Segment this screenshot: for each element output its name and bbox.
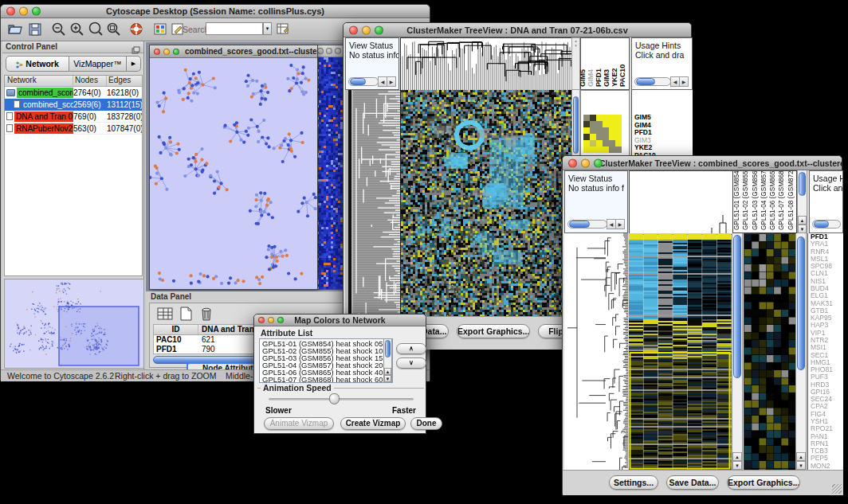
tv2-column-dendrogram-canvas[interactable] [629,170,733,235]
scroll-up-icon[interactable]: ▲ [732,452,742,461]
scroll-up-icon[interactable]: ▲ [796,452,806,461]
tv2-labels-vscrollbar[interactable]: ▲ ▼ [797,170,807,233]
tab-overflow-button[interactable]: ▶ [127,56,141,72]
minimize-button[interactable] [326,48,332,54]
zoom-button[interactable] [32,7,41,16]
dialog-title-bar[interactable]: Map Colors to Network [254,315,426,326]
attribute-list-item[interactable]: GPL51-07 (GSM868) heat shock 60 min [260,376,392,383]
scroll-down-icon[interactable]: ▼ [384,375,391,382]
minimize-button[interactable] [362,25,371,34]
tv1-column-dendrogram-canvas[interactable] [400,37,573,92]
attribute-list-label: Attribute List [261,328,312,338]
close-button[interactable] [349,25,358,34]
scroll-right-icon[interactable]: ▶ [615,219,625,229]
network-row[interactable]: combined_sco2569(6)13112(15) [5,99,142,111]
move-down-button[interactable]: ∨ [396,357,426,369]
tv1-row-dendrogram-canvas[interactable] [345,90,400,316]
scroll-up-icon[interactable]: ▲ [384,368,391,375]
scroll-down-icon[interactable]: ▼ [798,225,807,233]
attribute-table-icon[interactable] [156,306,174,322]
tv2-usage-scrollbar[interactable] [812,219,841,229]
col-nodes[interactable]: Nodes [73,76,107,86]
scroll-up-icon[interactable]: ▲ [798,216,807,225]
network-row[interactable]: combined_scores2764(0)16218(0) [5,87,142,99]
resize-grip[interactable] [832,484,842,494]
speed-slider-track[interactable] [269,398,414,400]
tv2-usage-hints-label: Usage Hi [813,174,843,183]
tv2-export-graphics-button[interactable]: Export Graphics... [727,475,800,490]
treeview-combined-window: ClusterMaker TreeView : combined_scores_… [562,155,842,494]
tv2-settings-button[interactable]: Settings... [609,475,658,490]
scroll-right-icon[interactable]: ▶ [679,76,689,87]
minimize-button[interactable] [581,158,590,167]
tv2-save-data-button[interactable]: Save Data... [666,475,719,490]
scroll-down-icon[interactable]: ▼ [796,461,806,470]
tv1-usage-scrollbar[interactable]: ◀▶ [634,76,689,87]
close-button[interactable] [6,7,15,16]
attribute-table-icon[interactable] [275,21,291,37]
attribute-list-scrollbar[interactable]: ▲ ▼ [383,339,392,382]
move-up-button[interactable]: ∧ [396,343,426,354]
zoom-button[interactable] [277,317,284,323]
tv1-heatmap-canvas[interactable] [400,90,572,316]
network-view-canvas[interactable] [150,58,317,289]
tv2-column-label[interactable]: GPL51-02 (GSM855) [743,171,752,232]
scroll-right-icon[interactable]: ▶ [387,76,396,87]
tab-network[interactable]: Network [6,56,69,72]
zoom-button[interactable] [335,48,341,54]
close-button[interactable] [568,158,577,167]
tv2-zoom-heatmap-canvas[interactable] [744,233,797,471]
tv2-column-label[interactable]: GPL51-08 (GSM872) [788,171,797,232]
treeview1-title-bar[interactable]: ClusterMaker TreeView : DNA and Tran 07-… [344,23,691,37]
scroll-down-icon[interactable]: ▼ [732,461,742,470]
tv2-zoom-vscrollbar[interactable]: ▲ ▼ [795,233,807,470]
minimize-button[interactable] [19,7,28,16]
zoom-button[interactable] [173,49,179,55]
close-button[interactable] [317,48,324,54]
animate-vizmap-button[interactable]: Animate Vizmap [264,417,334,430]
tv2-status-scrollbar[interactable]: ◀▶ [567,219,625,229]
zoom-button[interactable] [594,158,603,167]
save-icon[interactable] [27,21,43,37]
col-edges[interactable]: Edges [107,76,142,86]
tv1-view-status-text: No status info f [349,50,399,60]
tv2-heatmap-canvas[interactable] [629,233,732,470]
tv2-row-dendrogram-canvas[interactable] [564,233,628,470]
new-attribute-icon[interactable] [177,306,194,322]
zoom-button[interactable] [375,25,383,34]
help-ring-icon[interactable] [128,21,144,37]
zoom-fit-icon[interactable] [106,21,122,37]
tv1-export-graphics-button[interactable]: Export Graphics... [457,324,530,338]
minimize-button[interactable] [163,49,170,55]
float-panel-icon[interactable] [132,43,140,51]
tv2-gene-label[interactable]: MON2 [808,463,843,470]
col-network[interactable]: Network [5,76,73,86]
zoom-in-icon[interactable] [69,21,85,37]
network-row[interactable]: RNAPuberNov2+!563(0)107847(0) [5,123,142,135]
tv2-column-label[interactable]: GPL51-07 (GSM868) [779,171,787,232]
close-button[interactable] [154,49,160,55]
tv1-usage-hints-text: Click and dra [635,50,684,60]
treeview2-title-bar[interactable]: ClusterMaker TreeView : combined_scores_… [563,156,842,170]
zoom-out-icon[interactable] [51,21,67,37]
data-col-id[interactable]: ID [154,325,198,334]
minimize-button[interactable] [268,317,274,323]
network-overview-canvas[interactable] [4,279,144,369]
close-button[interactable] [258,317,265,323]
delete-attribute-icon[interactable] [198,306,215,322]
create-vizmap-button[interactable]: Create Vizmap [340,417,406,430]
vizmapper-icon[interactable] [152,21,168,37]
search-dropdown-arrow-icon[interactable]: ▼ [263,22,272,35]
tab-vizmapper[interactable]: VizMapper™ [69,56,127,72]
tv1-zoom-matrix[interactable] [583,115,622,153]
done-button[interactable]: Done [410,417,442,430]
tv2-heatmap-vscrollbar[interactable]: ▲ ▼ [732,233,743,470]
tv1-column-label[interactable]: PAC10 [621,38,629,89]
zoom-selected-region-icon[interactable] [88,21,104,37]
open-folder-icon[interactable] [7,21,23,37]
main-title-bar[interactable]: Cytoscape Desktop (Session Name: collins… [1,5,430,18]
speed-slider-thumb[interactable] [329,393,340,404]
network-row[interactable]: DNA and Tran 07769(0)183728(0) [5,111,142,123]
tv1-status-scrollbar[interactable]: ◀▶ [348,76,396,87]
search-input[interactable] [206,22,263,35]
